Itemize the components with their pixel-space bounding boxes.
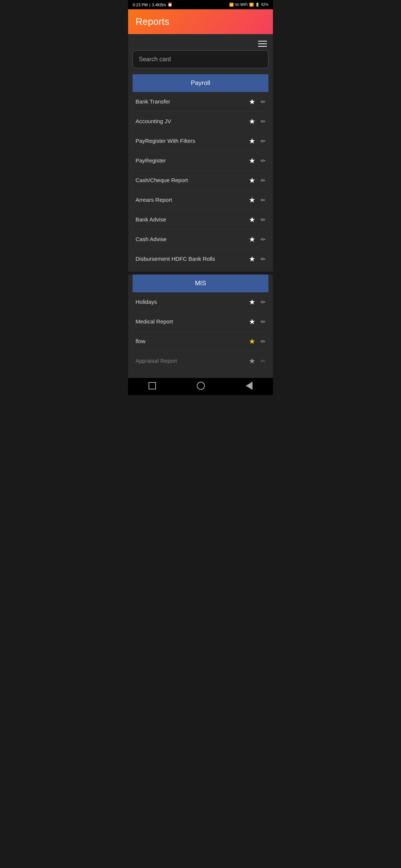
square-icon xyxy=(149,382,156,389)
header: Reports xyxy=(128,9,273,34)
star-icon[interactable]: ★ xyxy=(249,356,255,365)
hamburger-row xyxy=(133,39,268,50)
star-icon[interactable]: ★ xyxy=(249,297,255,306)
payroll-list: Bank Transfer★✏Accounting JV★✏PayRegiste… xyxy=(133,92,268,269)
report-actions: ★✏ xyxy=(249,156,265,165)
edit-icon[interactable]: ✏ xyxy=(261,118,265,125)
report-actions: ★✏ xyxy=(249,337,265,346)
edit-icon[interactable]: ✏ xyxy=(261,157,265,164)
edit-icon[interactable]: ✏ xyxy=(261,177,265,184)
nav-back-button[interactable] xyxy=(246,382,252,390)
report-actions: ★✏ xyxy=(249,117,265,126)
battery-level: 42% xyxy=(261,3,268,7)
star-icon[interactable]: ★ xyxy=(249,137,255,145)
report-name: Appraisal Report xyxy=(136,357,246,365)
star-icon[interactable]: ★ xyxy=(249,235,255,244)
page-title: Reports xyxy=(136,16,265,27)
status-bar: 9:23 PM | 3.4KB/s ⏰ 📶 Vo WiFi 🛜 🔋 42% xyxy=(128,0,273,9)
edit-icon[interactable]: ✏ xyxy=(261,138,265,145)
report-name: Bank Transfer xyxy=(136,98,246,105)
data-speed: 3.4KB/s xyxy=(152,3,166,7)
status-right: 📶 Vo WiFi 🛜 🔋 42% xyxy=(229,3,268,7)
back-triangle-icon xyxy=(246,382,252,390)
list-item: Holidays★✏ xyxy=(133,292,268,312)
list-item: Bank Advise★✏ xyxy=(133,210,268,230)
search-input[interactable] xyxy=(133,50,268,68)
report-name: Accounting JV xyxy=(136,118,246,125)
circle-icon xyxy=(197,382,205,390)
alarm-icon: ⏰ xyxy=(167,2,173,7)
list-item: Arrears Report★✏ xyxy=(133,190,268,210)
list-item: Cash/Cheque Report★✏ xyxy=(133,171,268,190)
report-name: Cash/Cheque Report xyxy=(136,177,246,184)
report-name: PayRegister With Filters xyxy=(136,137,246,145)
hamburger-menu-button[interactable] xyxy=(258,41,267,47)
list-item: Disbursement HDFC Bank Rolls★✏ xyxy=(133,249,268,269)
report-actions: ★✏ xyxy=(249,235,265,244)
list-item: flow★✏ xyxy=(133,332,268,351)
section-header-mis: MIS xyxy=(133,274,268,292)
report-name: Medical Report xyxy=(136,318,246,325)
list-item: PayRegister★✏ xyxy=(133,151,268,171)
time: 9:23 PM xyxy=(133,3,148,7)
edit-icon[interactable]: ✏ xyxy=(261,299,265,306)
report-name: Disbursement HDFC Bank Rolls xyxy=(136,255,246,263)
edit-icon[interactable]: ✏ xyxy=(261,197,265,204)
report-actions: ★✏ xyxy=(249,356,265,365)
list-item: Cash Advise★✏ xyxy=(133,230,268,249)
star-icon[interactable]: ★ xyxy=(249,215,255,224)
star-icon[interactable]: ★ xyxy=(249,156,255,165)
report-actions: ★✏ xyxy=(249,137,265,145)
section-divider xyxy=(128,272,273,274)
star-icon[interactable]: ★ xyxy=(249,176,255,185)
edit-icon[interactable]: ✏ xyxy=(261,358,265,365)
star-icon[interactable]: ★ xyxy=(249,317,255,326)
battery-icon: 🔋 xyxy=(255,3,260,7)
signal-icon: 📶 xyxy=(229,3,234,7)
edit-icon[interactable]: ✏ xyxy=(261,98,265,105)
star-icon[interactable]: ★ xyxy=(249,117,255,126)
edit-icon[interactable]: ✏ xyxy=(261,256,265,263)
edit-icon[interactable]: ✏ xyxy=(261,318,265,325)
report-name: Holidays xyxy=(136,298,246,306)
main-content: Payroll Bank Transfer★✏Accounting JV★✏Pa… xyxy=(128,34,273,378)
nav-circle-button[interactable] xyxy=(197,382,205,390)
edit-icon[interactable]: ✏ xyxy=(261,216,265,223)
navigation-bar xyxy=(128,378,273,395)
report-name: flow xyxy=(136,338,246,345)
vo-wifi-label: Vo WiFi xyxy=(235,3,248,7)
report-actions: ★✏ xyxy=(249,317,265,326)
report-name: PayRegister xyxy=(136,157,246,164)
nav-square-button[interactable] xyxy=(149,382,156,389)
search-container xyxy=(133,50,268,68)
report-actions: ★✏ xyxy=(249,254,265,263)
edit-icon[interactable]: ✏ xyxy=(261,338,265,345)
list-item: PayRegister With Filters★✏ xyxy=(133,131,268,151)
status-left: 9:23 PM | 3.4KB/s ⏰ xyxy=(133,2,173,7)
report-actions: ★✏ xyxy=(249,215,265,224)
report-name: Bank Advise xyxy=(136,216,246,223)
list-item: Accounting JV★✏ xyxy=(133,112,268,131)
list-item: Medical Report★✏ xyxy=(133,312,268,332)
report-actions: ★✏ xyxy=(249,297,265,306)
network-speed: | xyxy=(149,3,150,7)
report-name: Cash Advise xyxy=(136,236,246,243)
edit-icon[interactable]: ✏ xyxy=(261,236,265,243)
star-icon[interactable]: ★ xyxy=(249,97,255,106)
star-icon[interactable]: ★ xyxy=(249,195,255,204)
section-header-payroll: Payroll xyxy=(133,74,268,92)
star-icon[interactable]: ★ xyxy=(249,254,255,263)
report-name: Arrears Report xyxy=(136,196,246,204)
mis-list: Holidays★✏Medical Report★✏flow★✏Appraisa… xyxy=(133,292,268,371)
report-actions: ★✏ xyxy=(249,176,265,185)
list-item: Appraisal Report★✏ xyxy=(133,351,268,371)
report-actions: ★✏ xyxy=(249,195,265,204)
report-actions: ★✏ xyxy=(249,97,265,106)
wifi-icon: 🛜 xyxy=(249,3,254,7)
list-item: Bank Transfer★✏ xyxy=(133,92,268,112)
star-icon[interactable]: ★ xyxy=(249,337,255,346)
